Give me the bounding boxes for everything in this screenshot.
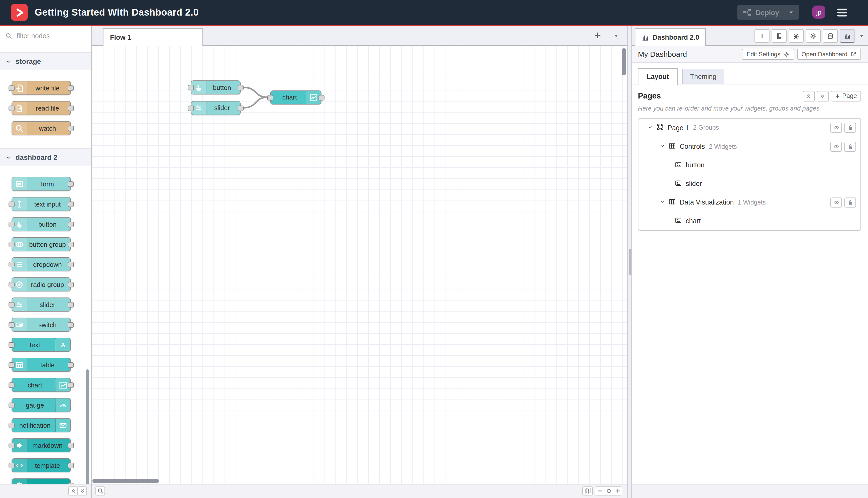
visibility-toggle-button[interactable] bbox=[830, 197, 842, 207]
palette-scrollbar[interactable] bbox=[86, 369, 89, 493]
expand-all-button[interactable] bbox=[817, 91, 829, 101]
pnode-read-file[interactable]: read file bbox=[12, 101, 71, 115]
input-port[interactable] bbox=[9, 262, 15, 267]
pnode-text[interactable]: Atext bbox=[12, 338, 71, 352]
pnode-button-group[interactable]: button group bbox=[12, 237, 71, 251]
pnode-switch[interactable]: switch bbox=[12, 318, 71, 332]
pnode-event[interactable]: event bbox=[12, 479, 71, 484]
input-port[interactable] bbox=[9, 282, 15, 287]
output-port[interactable] bbox=[68, 282, 74, 287]
visibility-toggle-button[interactable] bbox=[830, 122, 842, 133]
palette-category-dashboard-2[interactable]: dashboard 2 bbox=[0, 148, 91, 166]
open-dashboard-button[interactable]: Open Dashboard bbox=[797, 49, 861, 60]
pnode-slider[interactable]: slider bbox=[12, 298, 71, 312]
collapse-all-button[interactable] bbox=[803, 91, 815, 101]
lock-toggle-button[interactable] bbox=[844, 142, 856, 152]
collapse-all-button[interactable] bbox=[68, 486, 78, 496]
add-flow-icon[interactable] bbox=[594, 31, 602, 39]
visibility-toggle-button[interactable] bbox=[830, 142, 842, 152]
expand-all-button[interactable] bbox=[77, 486, 87, 496]
lock-toggle-button[interactable] bbox=[844, 197, 856, 207]
minimap-button[interactable] bbox=[582, 486, 593, 496]
flow-node-slider[interactable]: slider bbox=[191, 101, 241, 115]
output-port[interactable] bbox=[68, 126, 74, 131]
tree-row-data-visualization[interactable]: Data Visualization1 Widgets bbox=[639, 193, 860, 212]
output-port[interactable] bbox=[238, 105, 244, 111]
pnode-write-file[interactable]: write file bbox=[12, 81, 71, 95]
input-port[interactable] bbox=[9, 322, 15, 328]
input-port[interactable] bbox=[9, 403, 15, 408]
output-port[interactable] bbox=[238, 85, 244, 90]
output-port[interactable] bbox=[68, 242, 74, 247]
input-port[interactable] bbox=[188, 85, 194, 90]
tree-row-slider[interactable]: slider bbox=[639, 174, 860, 193]
output-port[interactable] bbox=[68, 262, 74, 267]
output-port[interactable] bbox=[68, 362, 74, 368]
tab-layout[interactable]: Layout bbox=[638, 68, 678, 85]
main-menu-icon[interactable] bbox=[836, 8, 848, 17]
tab-dashboard-2[interactable]: Dashboard 2.0 bbox=[635, 28, 706, 46]
avatar[interactable]: jp bbox=[812, 5, 825, 18]
input-port[interactable] bbox=[9, 382, 15, 388]
tab-flow-1[interactable]: Flow 1 bbox=[103, 28, 203, 46]
filter-nodes-input[interactable] bbox=[16, 32, 78, 40]
output-port[interactable] bbox=[68, 106, 74, 111]
lock-toggle-button[interactable] bbox=[844, 122, 856, 133]
deploy-caret-icon[interactable] bbox=[788, 9, 794, 15]
deploy-button[interactable]: Deploy bbox=[738, 5, 799, 19]
flowfuse-logo-icon[interactable] bbox=[11, 4, 28, 21]
output-port[interactable] bbox=[319, 95, 324, 100]
flow-canvas[interactable]: buttonsliderchart bbox=[92, 46, 627, 484]
input-port[interactable] bbox=[9, 463, 15, 468]
output-port[interactable] bbox=[68, 322, 74, 328]
tree-row-chart[interactable]: chart bbox=[639, 212, 860, 230]
output-port[interactable] bbox=[68, 463, 74, 468]
sidebar-caret-icon[interactable] bbox=[858, 32, 865, 39]
sidebar-tool-debug[interactable] bbox=[789, 29, 804, 43]
pnode-form[interactable]: form bbox=[12, 177, 71, 191]
flow-node-button[interactable]: button bbox=[191, 80, 241, 94]
zoom-in-button[interactable] bbox=[613, 486, 622, 496]
output-port[interactable] bbox=[68, 201, 74, 207]
pnode-table[interactable]: table bbox=[12, 358, 71, 372]
palette-category-storage[interactable]: storage bbox=[0, 52, 91, 70]
splitter-handle[interactable] bbox=[629, 249, 631, 275]
input-port[interactable] bbox=[9, 106, 15, 111]
sidebar-tool-info[interactable]: i bbox=[755, 29, 770, 43]
pnode-button[interactable]: button bbox=[12, 217, 71, 231]
pnode-watch[interactable]: watch bbox=[12, 121, 71, 135]
input-port[interactable] bbox=[9, 242, 15, 247]
canvas-search-button[interactable] bbox=[95, 486, 105, 496]
tree-row-button[interactable]: button bbox=[639, 156, 860, 174]
pnode-text-input[interactable]: text input bbox=[12, 197, 71, 211]
tree-row-controls[interactable]: Controls2 Widgets bbox=[639, 137, 860, 156]
input-port[interactable] bbox=[267, 95, 273, 100]
output-port[interactable] bbox=[68, 302, 74, 307]
tree-row-page-1[interactable]: Page 12 Groups bbox=[639, 119, 860, 137]
sidebar-tool-config[interactable] bbox=[806, 29, 821, 43]
sidebar-tool-context[interactable] bbox=[823, 29, 838, 43]
tab-theming[interactable]: Theming bbox=[682, 69, 724, 84]
input-port[interactable] bbox=[9, 222, 15, 227]
input-port[interactable] bbox=[9, 362, 15, 368]
output-port[interactable] bbox=[68, 382, 74, 388]
pnode-dropdown[interactable]: dropdown bbox=[12, 257, 71, 271]
sidebar-splitter[interactable] bbox=[627, 26, 632, 498]
input-port[interactable] bbox=[9, 423, 15, 428]
output-port[interactable] bbox=[68, 181, 74, 187]
pnode-template[interactable]: template bbox=[12, 458, 71, 472]
pnode-gauge[interactable]: gauge bbox=[12, 398, 71, 412]
input-port[interactable] bbox=[9, 342, 15, 348]
input-port[interactable] bbox=[9, 302, 15, 307]
canvas-horizontal-scrollbar[interactable] bbox=[92, 479, 159, 483]
output-port[interactable] bbox=[68, 443, 74, 448]
zoom-out-button[interactable] bbox=[595, 486, 604, 496]
pnode-markdown[interactable]: markdown bbox=[12, 438, 71, 452]
edit-settings-button[interactable]: Edit Settings bbox=[742, 49, 794, 60]
input-port[interactable] bbox=[9, 201, 15, 207]
pnode-notification[interactable]: notification bbox=[12, 418, 71, 432]
input-port[interactable] bbox=[9, 86, 15, 91]
sidebar-tool-dashboard[interactable] bbox=[840, 29, 855, 43]
flow-node-chart[interactable]: chart bbox=[270, 90, 321, 104]
sidebar-tool-docs[interactable] bbox=[772, 29, 787, 43]
